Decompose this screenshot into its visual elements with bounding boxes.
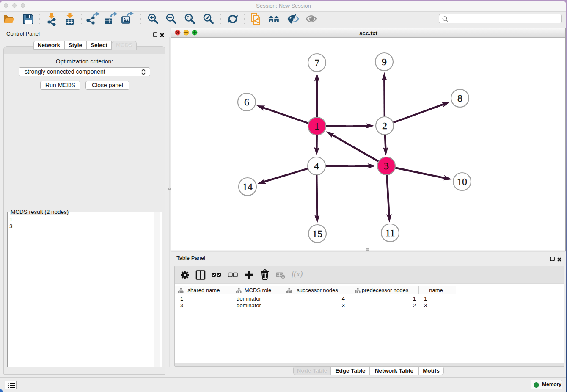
svg-text:15: 15 bbox=[312, 228, 322, 239]
svg-text:6: 6 bbox=[244, 97, 249, 108]
svg-text:14: 14 bbox=[242, 181, 253, 192]
svg-text:8: 8 bbox=[457, 93, 462, 104]
svg-text:7: 7 bbox=[314, 57, 319, 68]
svg-text:9: 9 bbox=[382, 56, 387, 67]
svg-text:2: 2 bbox=[382, 120, 387, 131]
svg-text:10: 10 bbox=[457, 176, 467, 187]
svg-text:3: 3 bbox=[384, 160, 389, 171]
svg-text:11: 11 bbox=[385, 227, 395, 238]
svg-text:1: 1 bbox=[314, 121, 319, 132]
svg-text:4: 4 bbox=[314, 160, 319, 171]
